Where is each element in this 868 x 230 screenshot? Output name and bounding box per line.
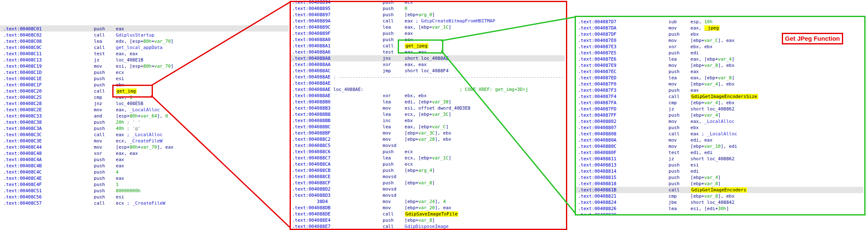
disassembly-line[interactable]: .text:004088BC lea eax, [ebp+var_C] [292,124,565,130]
disassembly-line[interactable]: .text:004088A6 test eax, eax [292,49,565,55]
disassembly-line[interactable]: .text:00408C0C call get_local_appData [3,44,289,51]
get-jpeg-function-label: Get JPeg Function [782,33,843,44]
disassembly-line[interactable]: .text:00408C38 push 20h ; ' ' [3,119,289,125]
disassembly-line[interactable]: .text:00408895 push 0 [292,5,565,12]
disassembly-line[interactable]: .text:004088AA xor eax, eax [292,61,565,68]
disassembly-line[interactable]: .text:004088AE [292,80,565,86]
disassembly-line[interactable]: .text:004087EC push eax [578,69,863,75]
disassembly-line[interactable]: .text:00408821 cmp [ebp+var_8], ebx [578,193,863,199]
disassembly-line[interactable]: .text:004087F3 push eax [578,87,863,93]
disassembly-line[interactable]: .text:004088AE xor ebx, ebx [292,93,565,99]
disassembly-line[interactable]: .text:00408C51 push 80000000h [3,188,289,194]
disassembly-line[interactable]: .text:004087FA cmp [ebp+var_4], ebx [578,100,863,106]
disassembly-panel-left[interactable]: .text:00408C01 push eax.text:00408C02 ca… [3,26,289,206]
disassembly-line[interactable]: .text:004088B3 mov esi, offset dword_40D… [292,105,565,111]
disassembly-line[interactable]: .text:004087E9 mov [ebp+var_8], ebx [578,62,863,69]
disassembly-line[interactable]: .text:0040880C mov [ebp+var_10], edi [578,143,863,149]
disassembly-line[interactable]: .text:0040880F test edi, edi [578,149,863,156]
disassembly-line[interactable]: .text:004088BF mov [ebp+var_3C], ebx [292,130,565,136]
disassembly-line[interactable]: .text:00408829 [578,212,863,214]
disassembly-line[interactable]: .text:004088BB inc ebx [292,117,565,124]
disassembly-line[interactable]: .text:00408824 jbe short loc_408842 [578,199,863,206]
disassembly-line[interactable]: .text:0040889C lea eax, [ebp+var_1C] [292,24,565,30]
disassembly-line[interactable]: .text:004087FD jz short loc_408862 [578,106,863,112]
disassembly-line[interactable]: .text:00408C4C push 4 [3,169,289,175]
disassembly-line[interactable]: .text:004088C6 push ecx [292,149,565,155]
disassembly-line[interactable]: .text:004087DA mov eax, _jpeg [578,25,863,31]
disassembly-line[interactable]: .text:004088B0 lea edi, [ebp+var_38] [292,99,565,105]
disassembly-line[interactable]: .text:004087D7 sub esp, 10h [578,19,863,25]
disassembly-line[interactable]: .text:00408C13 jz loc_408E1B [3,57,289,63]
disassembly-line[interactable]: .text:00408C20 call get_img [3,88,289,94]
disassembly-line[interactable]: .text:00408C3A push 40h ; '@' [3,125,289,132]
disassembly-panel-middle[interactable]: .text:00408894 push ecx.text:00408895 pu… [292,0,565,230]
disassembly-line[interactable]: .text:00408C1D push ecx [3,69,289,76]
disassembly-line[interactable]: .text:00408C19 mov esi, [esp+80h+var_70] [3,63,289,69]
disassembly-line[interactable]: .text:00408894 push ecx [292,0,565,5]
disassembly-line[interactable]: .text:00408811 jz short loc_408862 [578,156,863,162]
disassembly-line[interactable]: .text:004088AE loc_4088AE: ; CODE XREF: … [292,86,565,93]
disassembly-line[interactable]: .text:004088A8 jns short loc_4088AE [292,55,565,61]
disassembly-line[interactable]: .text:004088CB push [ebp+arg_4] [292,167,565,174]
disassembly-line[interactable]: .text:00408C1F push ebx [3,82,289,88]
disassembly-line[interactable]: .text:00408826 lea esi, [edi+30h] [578,206,863,212]
disassembly-line[interactable]: .text:00408813 push esi [578,162,863,168]
disassembly-line[interactable]: .text:00408C4B push eax [3,163,289,169]
disassembly-line[interactable]: .text:0040889F push eax [292,30,565,37]
disassembly-line[interactable]: .text:004088D3 movsd [292,192,565,198]
disassembly-line[interactable]: .text:00408814 push edi [578,168,863,174]
disassembly-line[interactable]: .text:00408808 call eax ; _LocalAlloc [578,131,863,137]
disassembly-line[interactable]: .text:004088DB mov [ebp+var_20], eax [292,205,565,211]
disassembly-line[interactable]: .text:00408C48 xor eax, eax [3,150,289,157]
disassembly-line[interactable]: .text:004087F4 call GdipGetImageEncoders… [578,93,863,100]
disassembly-line[interactable]: .text:004088E7 call GdipDisposeImage [292,223,565,230]
disassembly-line[interactable]: .text:00408C2E mov eax, _LocalAlloc [3,107,289,113]
disassembly-line[interactable]: .text:0040889A call eax ; GdipCreateBitm… [292,18,565,24]
disassembly-line[interactable]: .text:004088DE call GdipSaveImageToFile [292,211,565,217]
disassembly-line[interactable]: .text:00408C08 lea edx, [esp+80h+var_70] [3,38,289,44]
disassembly-line[interactable]: .text:004087ED lea eax, [ebp+var_8] [578,75,863,81]
disassembly-line[interactable]: .text:00408C4E push eax [3,175,289,181]
disassembly-line[interactable]: .text:004088CF push [ebp+var_8] [292,180,565,186]
disassembly-line[interactable]: .text:004088CE movsd [292,174,565,180]
disassembly-line[interactable]: .text:00408C33 and [esp+80h+var_64], 0 [3,113,289,119]
disassembly-line[interactable]: .text:00408807 push ebx [578,125,863,131]
disassembly-line[interactable]: .text:00408C11 test eax, eax [3,51,289,57]
disassembly-line[interactable]: .text:00408C57 call ecx ; _CreateFileW [3,200,289,206]
disassembly-line[interactable]: .text:004088A0 push ecx [292,37,565,43]
disassembly-line[interactable]: .text:004087E3 xor ebx, ebx [578,44,863,50]
disassembly-line[interactable]: .text:00408C4F push 1 [3,181,289,188]
disassembly-panel-right[interactable]: .text:004087D7 sub esp, 10h.text:004087D… [578,19,863,214]
disassembly-line[interactable]: .text:00408C02 call GdiplusStartup [3,32,289,38]
disassembly-line[interactable]: .text:004088C7 lea ecx, [ebp+var_1C] [292,155,565,161]
disassembly-line[interactable]: .text:00408C25 cmp eax, 1 [3,94,289,100]
disassembly-line[interactable]: .text:004088B8 lea ecx, [ebp+var_3C] [292,111,565,117]
disassembly-line[interactable]: 38D4 mov [ebp+var_24], 4 [292,198,565,205]
disassembly-line[interactable]: .text:00408C01 push eax [3,26,289,32]
disassembly-line[interactable]: .text:00408C3E mov ecx, _CreateFileW [3,138,289,144]
disassembly-line[interactable]: .text:004087FF push [ebp+var_4] [578,112,863,118]
disassembly-line[interactable]: .text:004088C2 mov [ebp+var_28], ebx [292,136,565,142]
disassembly-line[interactable]: .text:004087E6 lea eax, [ebp+var_4] [578,56,863,62]
disassembly-line[interactable]: .text:00408818 push [ebp+var_8] [578,181,863,187]
disassembly-line[interactable]: .text:00408815 push [ebp+var_4] [578,174,863,181]
disassembly-line[interactable]: .text:004088D2 movsd [292,186,565,192]
disassembly-line[interactable]: .text:004088C5 movsd [292,142,565,149]
disassembly-line[interactable]: .text:004088A1 call get_jpeg [292,43,565,49]
disassembly-line[interactable]: .text:004087F0 mov [ebp+var_4], ebx [578,81,863,87]
disassembly-line[interactable]: .text:004088AC jmp short loc_4088F4 [292,68,565,74]
disassembly-line[interactable]: .text:004087E5 push edi [578,50,863,56]
disassembly-line[interactable]: .text:00408C56 push esi [3,194,289,200]
disassembly-line[interactable]: .text:00408C28 jnz loc_408E5B [3,100,289,107]
disassembly-line[interactable]: .text:00408C1E push esi [3,76,289,82]
disassembly-line[interactable]: .text:00408C3C call eax ; _LocalAlloc [3,132,289,138]
disassembly-line[interactable]: .text:004088E4 push [ebp+var_8] [292,217,565,223]
disassembly-line[interactable]: .text:004088AE ; -----------------------… [292,74,565,80]
disassembly-line[interactable]: .text:00408897 push [ebp+arg_0] [292,12,565,18]
disassembly-line[interactable]: .text:00408802 mov eax, _LocalAlloc [578,118,863,125]
disassembly-line[interactable]: .text:004088CA push ecx [292,161,565,167]
disassembly-line[interactable]: .text:00408C44 mov [esp+80h+var_70], eax [3,144,289,150]
disassembly-line[interactable]: .text:00408C4A push eax [3,157,289,163]
disassembly-line[interactable]: .text:0040880A mov edi, eax [578,137,863,143]
disassembly-line[interactable]: .text:0040881B call GdipGetImageEncoders [578,187,863,193]
